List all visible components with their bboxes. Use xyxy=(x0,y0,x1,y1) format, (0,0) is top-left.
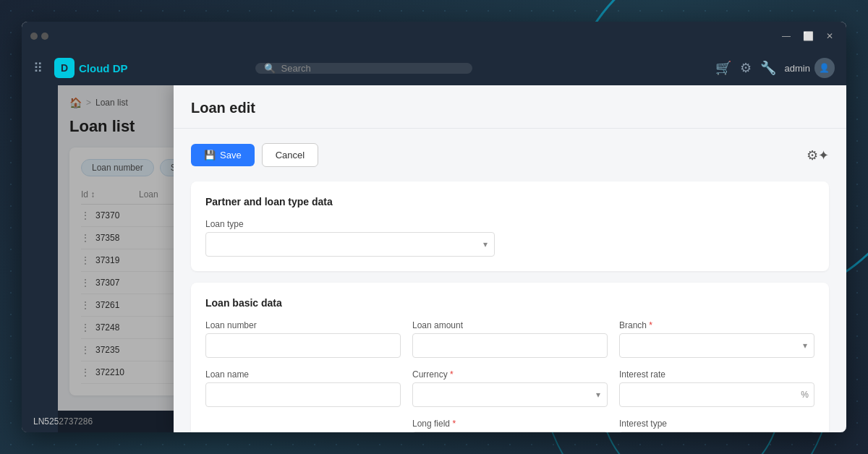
branch-required: * xyxy=(649,320,652,330)
logo-text: Cloud DP xyxy=(79,62,128,74)
loan-amount-input[interactable] xyxy=(412,333,608,358)
loan-amount-label: Loan amount xyxy=(412,320,608,330)
settings-icon-btn[interactable]: ⚙ xyxy=(740,60,752,76)
window-controls xyxy=(30,33,48,40)
logo-icon: D xyxy=(54,58,75,78)
currency-label: Currency * xyxy=(412,369,608,380)
branch-group: Branch * xyxy=(619,320,814,358)
content-area: 🏠 > Loan list Loan list Loan number Stat… xyxy=(22,85,846,432)
loan-edit-modal: Loan edit 💾 Save Cancel ⚙✦ Partner xyxy=(174,85,846,432)
main-content: 🏠 > Loan list Loan list Loan number Stat… xyxy=(58,85,846,432)
logo-initial: D xyxy=(61,62,68,74)
cancel-button[interactable]: Cancel xyxy=(262,143,318,167)
loan-type-label: Loan type xyxy=(205,219,495,229)
minimize-btn[interactable]: — xyxy=(778,30,795,43)
title-bar-left xyxy=(30,33,48,40)
search-bar[interactable]: 🔍 xyxy=(255,63,472,74)
loan-number-group: Loan number xyxy=(205,320,401,358)
loan-type-select[interactable] xyxy=(205,232,495,257)
long-field-required: * xyxy=(452,419,456,429)
save-label: Save xyxy=(220,150,242,160)
loan-type-select-wrapper xyxy=(205,232,495,257)
username: admin xyxy=(785,63,810,74)
loan-type-group: Loan type xyxy=(205,219,495,257)
branch-label: Branch * xyxy=(619,320,814,330)
branch-select-wrapper xyxy=(619,333,814,358)
user-menu[interactable]: admin 👤 xyxy=(785,58,835,78)
search-icon: 🔍 xyxy=(264,63,276,74)
dot1 xyxy=(30,33,38,40)
close-btn[interactable]: ✕ xyxy=(822,30,838,43)
interest-type-group: Interest type xyxy=(619,419,814,432)
loan-amount-group: Loan amount xyxy=(412,320,608,358)
interest-type-select[interactable] xyxy=(619,432,814,432)
branch-select[interactable] xyxy=(619,333,814,358)
modal-header: Loan edit xyxy=(174,85,846,129)
loan-name-label: Loan name xyxy=(205,369,401,380)
modal-title: Loan edit xyxy=(191,100,255,116)
partner-section: Partner and loan type data Loan type xyxy=(191,181,829,271)
save-icon: 💾 xyxy=(204,150,216,160)
currency-required: * xyxy=(450,369,454,380)
loan-number-input[interactable] xyxy=(205,333,401,358)
loan-name-input[interactable] xyxy=(205,382,401,407)
modal-actions: 💾 Save Cancel ⚙✦ xyxy=(191,143,829,167)
loan-name-group: Loan name xyxy=(205,369,401,407)
basic-section-title: Loan basic data xyxy=(205,297,814,309)
app-window: — ⬜ ✕ ⠿ D Cloud DP 🔍 🛒 ⚙ 🔧 admin 👤 xyxy=(22,22,846,432)
percent-suffix: % xyxy=(801,390,809,400)
long-field-label: Long field * xyxy=(412,419,608,429)
grid-icon[interactable]: ⠿ xyxy=(33,60,43,76)
basic-form-grid: Loan number Loan amount Branch * xyxy=(205,320,814,432)
search-input[interactable] xyxy=(281,63,464,74)
loan-number-label: Loan number xyxy=(205,320,401,330)
interest-rate-wrapper: % xyxy=(619,382,814,407)
currency-group: Currency * xyxy=(412,369,608,407)
modal-settings-icon[interactable]: ⚙✦ xyxy=(807,147,829,163)
interest-rate-input[interactable] xyxy=(619,382,814,407)
tools-icon-btn[interactable]: 🔧 xyxy=(760,60,776,76)
interest-rate-label: Interest rate xyxy=(619,369,814,380)
basic-data-section: Loan basic data Loan number Loan amount xyxy=(191,283,829,432)
modal-body: 💾 Save Cancel ⚙✦ Partner and loan type d… xyxy=(174,129,846,432)
maximize-btn[interactable]: ⬜ xyxy=(799,30,818,43)
long-field-input[interactable] xyxy=(412,432,608,432)
partner-section-title: Partner and loan type data xyxy=(205,196,814,207)
save-button[interactable]: 💾 Save xyxy=(191,144,255,166)
avatar: 👤 xyxy=(814,58,835,78)
currency-select[interactable] xyxy=(412,382,608,407)
currency-select-wrapper xyxy=(412,382,608,407)
cart-icon-btn[interactable]: 🛒 xyxy=(715,60,731,76)
interest-rate-group: Interest rate % xyxy=(619,369,814,407)
title-bar: — ⬜ ✕ xyxy=(22,22,846,51)
long-field-actual-group: Long field * xyxy=(412,419,608,432)
interest-type-label: Interest type xyxy=(619,419,814,429)
top-nav: ⠿ D Cloud DP 🔍 🛒 ⚙ 🔧 admin 👤 xyxy=(22,51,846,85)
sidebar xyxy=(22,85,58,432)
title-bar-right: — ⬜ ✕ xyxy=(778,30,838,43)
nav-right: 🛒 ⚙ 🔧 admin 👤 xyxy=(715,58,835,78)
interest-type-select-wrapper xyxy=(619,432,814,432)
dot2 xyxy=(41,33,48,40)
app-logo: D Cloud DP xyxy=(54,58,128,78)
